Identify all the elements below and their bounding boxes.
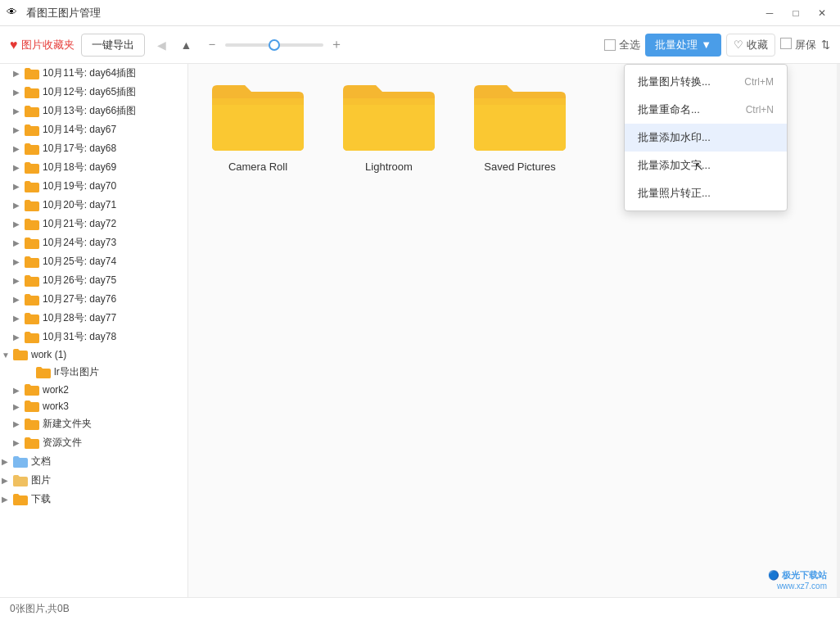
tree-toggle[interactable]: ▶	[13, 125, 25, 134]
folder-icon	[13, 456, 28, 468]
sidebar-item[interactable]: ▶ 10月17号: day68	[0, 139, 187, 158]
sidebar-item[interactable]: ▶ 10月31号: day78	[0, 328, 187, 346]
collect-button[interactable]: ♡ 收藏	[726, 34, 775, 57]
zoom-plus-button[interactable]: ＋	[328, 37, 345, 53]
sidebar-item[interactable]: ▶ 10月28号: day77	[0, 309, 187, 328]
sidebar-item[interactable]: ▶ 图片	[0, 471, 187, 490]
tree-toggle[interactable]: ▶	[13, 276, 25, 285]
screen-checkbox[interactable]	[780, 38, 792, 52]
sidebar-item[interactable]: ▶ 10月13号: day66插图	[0, 102, 187, 120]
folder-item[interactable]: Saved Pictures	[467, 80, 573, 173]
screen-button[interactable]: 屏保	[780, 38, 816, 52]
sort-button[interactable]: ⇅	[821, 38, 830, 51]
menu-item[interactable]: 批量重命名... Ctrl+N	[625, 96, 787, 124]
tree-toggle[interactable]: ▶	[13, 438, 25, 447]
tree-toggle[interactable]: ▶	[13, 295, 25, 304]
sidebar-item-label: lr导出图片	[54, 365, 99, 379]
sidebar-item[interactable]: ▶ work3	[0, 398, 187, 414]
sidebar-item[interactable]: ▶ 10月19号: day70	[0, 177, 187, 196]
folder-icon	[25, 275, 39, 287]
tree-toggle[interactable]: ▶	[2, 495, 13, 504]
sidebar-item[interactable]: ▶ 10月14号: day67	[0, 120, 187, 139]
tree-toggle[interactable]: ▶	[13, 238, 25, 247]
tree-toggle[interactable]: ▶	[13, 144, 25, 153]
sidebar-item-label: 10月24号: day73	[43, 236, 116, 250]
back-button[interactable]: ◀	[151, 34, 173, 56]
zoom-slider[interactable]	[225, 43, 323, 47]
sidebar-item-label: 10月20号: day71	[43, 198, 116, 212]
tree-toggle[interactable]: ▶	[13, 182, 25, 191]
sidebar-item-label: 文档	[31, 455, 51, 468]
select-all-checkbox[interactable]	[604, 39, 616, 51]
tree-toggle[interactable]: ▶	[13, 386, 25, 395]
sidebar-item[interactable]: ▼ work (1)	[0, 346, 187, 363]
tree-toggle[interactable]: ▶	[13, 333, 25, 342]
sidebar-item[interactable]: ▶ 下载	[0, 490, 187, 509]
sidebar: ▶ 10月11号: day64插图 ▶ 10月12号: day65插图 ▶ 10…	[0, 64, 188, 597]
restore-button[interactable]: □	[784, 4, 807, 22]
sidebar-item[interactable]: ▶ 10月12号: day65插图	[0, 83, 187, 102]
minimize-button[interactable]: ─	[758, 4, 781, 22]
tree-toggle[interactable]: ▶	[13, 402, 25, 411]
sidebar-item-label: 10月14号: day67	[43, 123, 116, 137]
folder-item[interactable]: Camera Roll	[205, 80, 311, 173]
sidebar-item[interactable]: ▶ 10月27号: day76	[0, 290, 187, 309]
sidebar-item[interactable]: ▶ 10月21号: day72	[0, 215, 187, 233]
tree-toggle[interactable]: ▼	[2, 351, 13, 360]
tree-toggle[interactable]: ▶	[13, 219, 25, 229]
sidebar-item[interactable]: ▶ 资源文件	[0, 433, 187, 452]
sidebar-item[interactable]: ▶ 新建文件夹	[0, 414, 187, 433]
tree-toggle[interactable]: ▶	[13, 201, 25, 210]
sidebar-item[interactable]: ▶ 10月18号: day69	[0, 158, 187, 177]
tree-toggle[interactable]: ▶	[13, 314, 25, 323]
tree-toggle[interactable]: ▶	[13, 419, 25, 428]
menu-item[interactable]: 批量添加文字...	[625, 152, 787, 179]
sidebar-item[interactable]: ▶ 10月24号: day73	[0, 233, 187, 252]
folder-icon	[25, 256, 39, 268]
sidebar-item[interactable]: ▶ 10月20号: day71	[0, 196, 187, 215]
zoom-thumb[interactable]	[269, 39, 280, 51]
up-button[interactable]: ▲	[176, 34, 197, 56]
close-button[interactable]: ✕	[811, 4, 833, 22]
sidebar-item[interactable]: ▶ 10月26号: day75	[0, 271, 187, 290]
zoom-minus-button[interactable]: －	[204, 37, 220, 53]
folder-icon	[25, 437, 39, 449]
folder-icon	[25, 238, 39, 249]
folder-icon	[25, 384, 39, 396]
watermark-logo: 🔵 极光下载站	[768, 569, 827, 582]
tree-toggle[interactable]: ▶	[13, 69, 25, 78]
tree-toggle[interactable]: ▶	[2, 457, 13, 466]
import-button[interactable]: 一键导出	[81, 34, 145, 57]
sidebar-item[interactable]: ▶ work2	[0, 382, 187, 398]
folder-name: Lightroom	[365, 161, 413, 173]
sidebar-item-label: work3	[43, 401, 69, 412]
app-icon: 👁	[7, 6, 21, 20]
titlebar-left: 👁 看图王图片管理	[7, 6, 101, 20]
toolbar: ♥ 图片收藏夹 一键导出 ◀ ▲ － ＋ 全选 批量处理 ▼ ♡ 收藏	[0, 26, 840, 64]
tree-toggle[interactable]: ▶	[13, 88, 25, 97]
sidebar-item[interactable]: ▶ 10月25号: day74	[0, 252, 187, 271]
favorites-button[interactable]: ♥ 图片收藏夹	[10, 38, 75, 52]
folder-item[interactable]: Lightroom	[336, 80, 442, 173]
tree-toggle[interactable]: ▶	[13, 163, 25, 172]
folder-icon	[25, 419, 39, 430]
menu-shortcut: Ctrl+M	[744, 76, 774, 88]
nav-buttons: ◀ ▲	[151, 34, 197, 56]
main-area: ▶ 10月11号: day64插图 ▶ 10月12号: day65插图 ▶ 10…	[0, 64, 840, 597]
sidebar-item[interactable]: ▶ 文档	[0, 452, 187, 471]
menu-item[interactable]: 批量添加水印...	[625, 124, 787, 152]
sidebar-item[interactable]: ▶ 10月11号: day64插图	[0, 64, 187, 83]
menu-item-label: 批量添加水印...	[638, 130, 711, 145]
menu-item[interactable]: 批量图片转换... Ctrl+M	[625, 68, 787, 96]
batch-process-button[interactable]: 批量处理 ▼	[645, 34, 721, 57]
folder-icon	[25, 181, 39, 192]
sidebar-item[interactable]: lr导出图片	[0, 363, 187, 382]
resize-handle[interactable]	[837, 64, 840, 597]
select-all-area[interactable]: 全选	[604, 38, 640, 52]
menu-item[interactable]: 批量照片转正...	[625, 179, 787, 207]
tree-toggle[interactable]: ▶	[13, 106, 25, 115]
sidebar-item-label: 下载	[31, 492, 51, 506]
tree-toggle[interactable]: ▶	[2, 476, 13, 485]
sidebar-item-label: 10月31号: day78	[43, 330, 116, 344]
tree-toggle[interactable]: ▶	[13, 257, 25, 266]
